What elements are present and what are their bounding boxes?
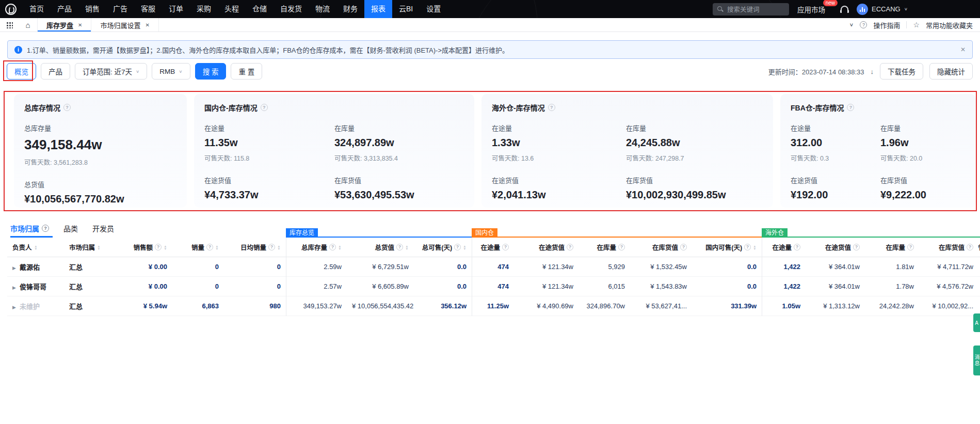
column-info-icon[interactable]: ? <box>454 244 461 250</box>
nav-item-订单[interactable]: 订单 <box>162 0 190 18</box>
sort-icon[interactable]: ▲▼ <box>277 245 281 250</box>
nav-item-财务[interactable]: 财务 <box>336 0 364 18</box>
app-market-link[interactable]: 应用市场 new <box>797 4 825 14</box>
section-tab-开发员[interactable]: 开发员 <box>92 223 114 233</box>
expand-icon[interactable]: ▶ <box>12 265 16 271</box>
help-icon[interactable]: ? <box>548 104 555 111</box>
section-top: 市场归属?品类开发员 库存总览国内仓海外仓 <box>7 220 980 238</box>
nav-item-客服[interactable]: 客服 <box>134 0 162 18</box>
column-info-icon[interactable]: ? <box>680 244 687 250</box>
nav-item-销售[interactable]: 销售 <box>78 0 106 18</box>
reset-button[interactable]: 重 置 <box>231 63 262 80</box>
help-icon[interactable]: ? <box>42 225 49 232</box>
global-search-input[interactable]: 搜索关键词 <box>713 3 789 15</box>
nav-item-产品[interactable]: 产品 <box>51 0 78 18</box>
currency-select[interactable]: RMB ∨ <box>152 63 190 80</box>
search-button[interactable]: 搜 索 <box>195 63 227 80</box>
sort-icon[interactable]: ▲▼ <box>34 245 38 250</box>
apps-grid-button[interactable] <box>0 18 19 32</box>
workspace-tab-库存罗盘[interactable]: 库存罗盘✕ <box>37 18 91 32</box>
expand-icon[interactable]: ▶ <box>12 285 16 290</box>
user-menu[interactable]: ECCANG ∨ <box>857 4 908 15</box>
support-headset-icon[interactable] <box>841 6 848 12</box>
column-info-icon[interactable]: ? <box>502 244 509 250</box>
update-time: 更新时间：2023-07-14 08:38:33 <box>768 67 864 76</box>
home-button[interactable]: ⌂ <box>19 18 37 32</box>
column-info-icon[interactable]: ? <box>155 244 162 250</box>
metric-label: 在途量 <box>492 123 626 133</box>
metric-row: 在途货值¥2,041.13w在库货值¥10,002,930,499.85w <box>492 175 763 201</box>
metric-label: 在库量 <box>334 123 398 133</box>
value-cell: 349,153.27w <box>286 302 347 310</box>
owner-name: 俊锋哥哥 <box>20 283 46 291</box>
sort-icon[interactable]: ▲▼ <box>215 245 219 250</box>
sort-icon[interactable]: ▲▼ <box>463 245 467 250</box>
sort-icon[interactable]: ▲▼ <box>164 245 167 250</box>
column-info-icon[interactable]: ? <box>794 244 800 250</box>
banner-close-icon[interactable]: ✕ <box>960 46 966 53</box>
section-tab-市场归属[interactable]: 市场归属? <box>10 223 49 233</box>
column-info-icon[interactable]: ? <box>967 244 973 250</box>
section-tab-label: 品类 <box>63 223 78 233</box>
nav-item-采购[interactable]: 采购 <box>190 0 218 18</box>
table-row[interactable]: ▶俊锋哥哥汇总¥ 0.00002.57w¥ 6,605.89w0.0474¥ 1… <box>7 277 980 296</box>
column-header-label: 市场归属 <box>69 242 95 252</box>
value-cell: 2.57w <box>286 282 347 290</box>
card-title: 国内仓-库存情况? <box>204 102 464 113</box>
close-icon[interactable]: ✕ <box>78 22 82 28</box>
nav-item-广告[interactable]: 广告 <box>106 0 134 18</box>
nav-item-首页[interactable]: 首页 <box>23 0 51 18</box>
help-icon[interactable]: ? <box>261 104 268 111</box>
nav-item-物流[interactable]: 物流 <box>309 0 336 18</box>
nav-item-仓储[interactable]: 仓储 <box>246 0 274 18</box>
help-icon[interactable]: ? <box>63 104 71 111</box>
order-range-select[interactable]: 订单范围: 近7天 ∨ <box>75 63 147 80</box>
hide-stats-button[interactable]: 隐藏统计 <box>929 63 973 80</box>
section-tab-品类[interactable]: 品类 <box>63 223 78 233</box>
view-tab-product[interactable]: 产品 <box>41 63 70 80</box>
column-info-icon[interactable]: ? <box>567 244 573 250</box>
column-group-divider <box>472 238 472 316</box>
expand-icon[interactable]: ▶ <box>12 305 16 310</box>
help-icon[interactable]: ? <box>847 104 854 111</box>
tabs-chevron-down-icon[interactable]: ∨ <box>849 22 854 27</box>
summary-card: FBA仓-库存情况?在途量312.00可售天数: 0.3在库量1.96w可售天数… <box>780 94 976 208</box>
sort-icon[interactable]: ▲▼ <box>97 245 101 250</box>
nav-item-报表[interactable]: 报表 <box>364 0 392 18</box>
value-cell: 6,863 <box>172 302 224 310</box>
column-info-icon[interactable]: ? <box>907 244 914 250</box>
view-tab-overview[interactable]: 概览 <box>7 63 36 80</box>
edge-tag-message[interactable]: 消息 <box>973 346 980 375</box>
column-info-icon[interactable]: ? <box>618 244 625 250</box>
favorites-link[interactable]: 常用功能收藏夹 <box>926 20 973 30</box>
app-logo-icon[interactable] <box>5 4 17 15</box>
close-icon[interactable]: ✕ <box>145 22 149 28</box>
column-info-icon[interactable]: ? <box>268 244 275 250</box>
metric-subtext: 可售天数: 247,298.7 <box>626 153 684 163</box>
column-info-icon[interactable]: ? <box>206 244 213 250</box>
nav-item-云BI[interactable]: 云BI <box>392 0 420 18</box>
metric-value: ¥10,002,930,499.85w <box>626 189 726 201</box>
metric: 在途货值¥2,041.13w <box>492 175 626 201</box>
download-tasks-button[interactable]: 下载任务 <box>880 63 923 80</box>
metric: 在途货值¥4,733.37w <box>204 175 334 201</box>
nav-item-自发货[interactable]: 自发货 <box>274 0 309 18</box>
column-info-icon[interactable]: ? <box>744 244 751 250</box>
card-title-text: 国内仓-库存情况 <box>204 102 258 113</box>
column-info-icon[interactable]: ? <box>853 244 860 250</box>
column-info-icon[interactable]: ? <box>329 244 336 250</box>
column-info-icon[interactable]: ? <box>396 244 403 250</box>
refresh-arrow-icon[interactable]: ↓ <box>871 68 874 75</box>
operation-guide-link[interactable]: 操作指南 <box>873 20 900 30</box>
card-title: 海外仓-库存情况? <box>492 102 763 113</box>
workspace-tab-市场归属设置[interactable]: 市场归属设置✕ <box>91 18 158 32</box>
table-row[interactable]: ▶戴源佑汇总¥ 0.00002.59w¥ 6,729.51w0.0474¥ 12… <box>7 257 980 277</box>
tab-label: 库存罗盘 <box>46 20 73 30</box>
nav-item-设置[interactable]: 设置 <box>420 0 447 18</box>
sort-icon[interactable]: ▲▼ <box>338 245 342 250</box>
edge-tag-a[interactable]: A <box>973 313 980 332</box>
sort-icon[interactable]: ▲▼ <box>405 245 409 250</box>
sort-icon[interactable]: ▲▼ <box>753 245 757 250</box>
table-row[interactable]: ▶未维护汇总¥ 5.94w6,863980349,153.27w¥ 10,056… <box>7 296 980 316</box>
nav-item-头程[interactable]: 头程 <box>218 0 246 18</box>
